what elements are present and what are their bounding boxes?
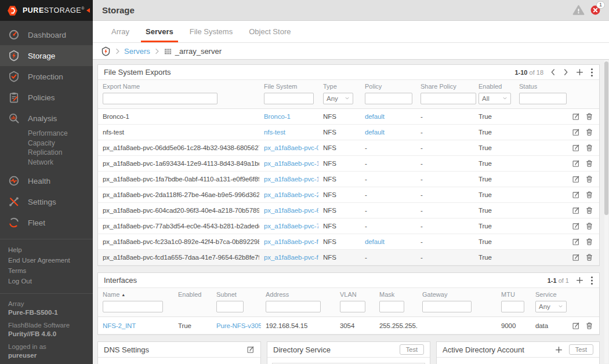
interface-name-link[interactable]: NFS-2_INT [103,322,136,329]
add-export-button[interactable] [575,68,584,77]
file-system-link[interactable]: px_a1fa8aeb-pvc-1... [264,160,318,167]
file-system-link[interactable]: px_a1fa8aeb-pvc-6... [264,207,318,214]
mtu-filter-input[interactable] [501,301,524,312]
file-system-link[interactable]: px_a1fa8aeb-pvc-fc... [264,238,318,245]
tab-array[interactable]: Array [103,21,137,42]
content-scrollbar[interactable] [604,60,608,363]
trash-icon[interactable] [585,144,593,152]
trash-icon[interactable] [585,238,593,246]
vlan-filter-input[interactable] [340,301,365,312]
file-system-link[interactable]: px_a1fa8aeb-pvc-fc... [264,254,318,261]
tab-file-systems[interactable]: File Systems [182,21,241,42]
gateway-filter-input[interactable] [422,301,472,312]
sidebar-subitem-replication[interactable]: Replication [28,148,93,158]
file-system-link[interactable]: px_a1fa8aeb-pvc-7... [264,223,318,230]
column-header-label[interactable]: Address [266,291,332,298]
column-header-label[interactable]: File System [264,83,315,90]
sidebar-item-settings[interactable]: Settings [0,191,93,212]
trash-icon[interactable] [585,112,593,121]
sidebar-subitem-performance[interactable]: Performance [28,129,93,139]
column-header-label[interactable]: Enabled [178,291,208,298]
test-button[interactable]: Test [400,344,424,355]
address-filter-input[interactable] [266,301,321,312]
edit-icon[interactable] [572,253,580,261]
edit-icon[interactable] [572,322,580,330]
column-header-label[interactable]: Policy [365,83,412,90]
edit-icon[interactable] [572,159,580,168]
trash-icon[interactable] [585,128,593,136]
column-header-label[interactable]: Mask [379,291,414,298]
column-header-label[interactable]: Export Name [103,83,256,90]
sidebar-item-analysis[interactable]: Analysis [0,108,93,129]
edit-icon[interactable] [572,206,580,214]
edit-icon[interactable] [572,191,580,199]
sidebar-link-help[interactable]: Help [8,245,85,255]
edit-icon[interactable] [572,128,580,136]
sidebar-subitem-capacity[interactable]: Capacity [28,139,93,148]
trash-icon[interactable] [585,253,593,261]
file-system-link[interactable]: Bronco-1 [264,113,291,120]
warning-icon[interactable] [572,4,585,16]
export-name-filter-input[interactable] [103,93,217,104]
mask-filter-input[interactable] [379,301,404,312]
edit-icon[interactable] [572,175,580,183]
sidebar-link-end-user-agreement[interactable]: End User Agreement [8,255,85,265]
sidebar-link-terms[interactable]: Terms [8,265,85,276]
sidebar-item-dashboard[interactable]: Dashboard [0,24,93,45]
trash-icon[interactable] [585,206,593,214]
enabled-filter-select[interactable]: All [478,93,511,104]
trash-icon[interactable] [585,159,593,168]
sidebar-item-fleet[interactable]: Fleet [0,212,93,233]
tab-object-store[interactable]: Object Store [241,21,299,42]
share-policy-filter-input[interactable] [420,93,476,104]
file-system-link[interactable]: nfs-test [264,129,285,136]
test-button[interactable]: Test [569,344,593,355]
edit-icon[interactable] [572,222,580,230]
column-header-label[interactable]: VLAN [340,291,371,298]
policy-link[interactable]: default [365,129,385,136]
type-filter-select[interactable]: Any [323,93,353,104]
column-header-label[interactable]: MTU [501,291,527,298]
file-system-link[interactable]: px_a1fa8aeb-pvc-2... [264,191,318,198]
alerts-button[interactable]: 1 [590,5,601,16]
prev-page-icon[interactable] [550,68,556,76]
edit-icon[interactable] [246,345,255,354]
name-filter-input[interactable] [103,301,163,312]
file-system-filter-input[interactable] [264,93,314,104]
breadcrumb-servers-link[interactable]: Servers [124,47,150,56]
tab-servers[interactable]: Servers [137,21,182,42]
add-interface-button[interactable] [575,276,584,285]
sidebar-link-log-out[interactable]: Log Out [8,276,85,286]
column-header-label[interactable]: Type [323,83,357,90]
column-header-label[interactable]: Enabled [478,83,511,90]
column-header-label[interactable]: Subnet [216,291,258,298]
column-header-label[interactable]: Name▲ [103,291,170,298]
sidebar-item-storage[interactable]: Storage [0,45,93,66]
kebab-menu-icon[interactable] [590,68,593,77]
subnet-filter-input[interactable] [216,301,244,312]
next-page-icon[interactable] [563,68,569,76]
edit-icon[interactable] [572,144,580,152]
column-header-label[interactable]: Service [535,291,568,298]
sidebar-item-protection[interactable]: Protection [0,66,93,87]
edit-icon[interactable] [572,238,580,246]
add-account-button[interactable] [554,345,563,354]
edit-icon[interactable] [572,112,580,121]
scrollbar-thumb[interactable] [604,61,608,215]
policy-filter-input[interactable] [365,93,412,104]
file-system-link[interactable]: px_a1fa8aeb-pvc-1f... [264,176,318,183]
status-filter-input[interactable] [519,93,567,104]
column-header-label[interactable]: Share Policy [420,83,470,90]
service-filter-select[interactable]: Any [535,301,567,312]
sidebar-item-policies[interactable]: Policies [0,87,93,108]
policy-link[interactable]: default [365,113,385,120]
trash-icon[interactable] [585,191,593,199]
trash-icon[interactable] [585,222,593,230]
column-header-label[interactable]: Gateway [422,291,493,298]
trash-icon[interactable] [585,322,593,330]
kebab-menu-icon[interactable] [590,276,593,285]
sidebar-subitem-network[interactable]: Network [28,158,93,168]
array-shield-bolt-icon[interactable] [101,46,111,56]
sidebar-item-health[interactable]: Health [0,170,93,191]
policy-link[interactable]: default [365,238,385,245]
